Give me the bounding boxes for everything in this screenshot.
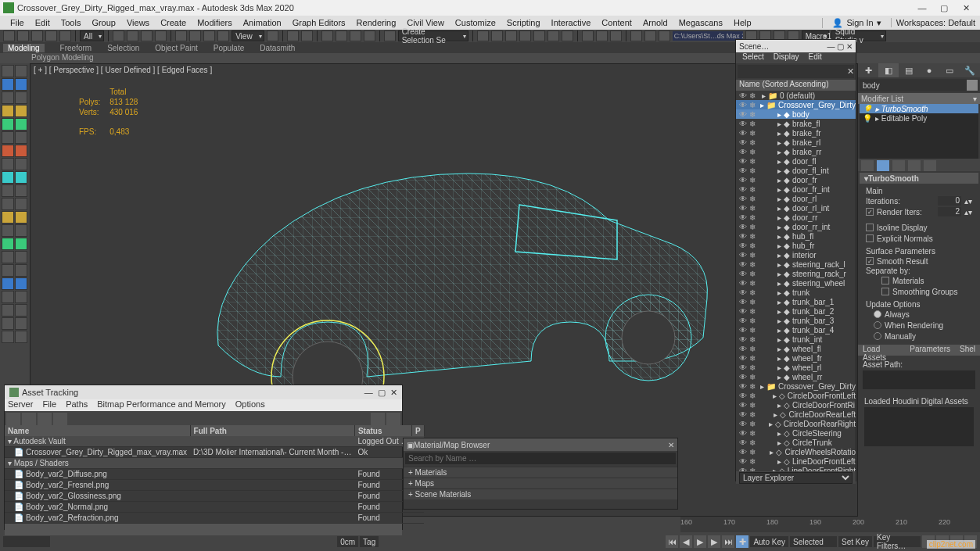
scene-row[interactable]: 👁❄▸◆wheel_fl <box>736 344 856 353</box>
make-unique-button[interactable] <box>892 160 905 171</box>
left-tool-6-1[interactable] <box>15 145 27 157</box>
ribbon-toggle-button[interactable] <box>519 30 531 41</box>
smooth-checkbox[interactable] <box>866 257 874 265</box>
left-tool-1-0[interactable] <box>2 78 14 91</box>
scene-row[interactable]: 👁❄▸◆trunk_bar_1 <box>736 297 856 306</box>
menu-megascans[interactable]: Megascans <box>673 18 728 27</box>
workspaces-dropdown[interactable]: Workspaces: Default <box>891 18 980 27</box>
left-tool-3-0[interactable] <box>2 105 14 117</box>
rotate-button[interactable] <box>189 30 201 41</box>
scene-row[interactable]: 👁❄▸◇CircleTrunk <box>736 438 856 447</box>
modifier-editablepoly[interactable]: 💡▸ Editable Poly <box>860 113 978 123</box>
manip-button[interactable] <box>287 30 299 41</box>
asset-close-button[interactable]: ✕ <box>390 388 397 398</box>
asset-table[interactable]: NameFull PathStatusP ▾ Autodesk VaultLog… <box>5 425 425 524</box>
scene-row[interactable]: 👁❄▸◆wheel_fr <box>736 353 856 363</box>
scene-row[interactable]: 👁❄▸◆trunk_int <box>736 335 856 344</box>
left-tool-8-1[interactable] <box>15 171 27 184</box>
key-mode-button[interactable]: ✚ <box>736 535 748 548</box>
modifier-turbosmooth[interactable]: 💡▸ TurboSmooth <box>860 104 978 113</box>
configure-sets-button[interactable] <box>924 160 936 171</box>
asset-menu-options[interactable]: Options <box>235 399 265 411</box>
isoline-checkbox[interactable] <box>866 224 874 231</box>
turbosmooth-rollout[interactable]: ▾ TurboSmooth <box>860 173 978 184</box>
asset-tool6[interactable] <box>386 413 400 425</box>
left-tool-19-1[interactable] <box>15 317 27 330</box>
scene-row[interactable]: 👁❄▸◆door_rr <box>736 213 856 222</box>
create-tab[interactable]: ✚ <box>858 63 878 77</box>
scene-row[interactable]: 👁❄▸◆body <box>736 109 856 119</box>
menu-group[interactable]: Group <box>86 18 121 27</box>
modifier-stack[interactable]: 💡▸ TurboSmooth💡▸ Editable Poly <box>860 104 978 159</box>
link-button[interactable] <box>31 30 43 41</box>
scene-row[interactable]: 👁❄▸◆steering_rack_r <box>736 269 856 278</box>
asset-row[interactable]: 📄 Body_var2_Diffuse.pngFound <box>5 469 424 480</box>
utilities-tab[interactable]: 🔧 <box>960 63 980 77</box>
left-tool-15-0[interactable] <box>2 264 14 277</box>
left-tool-15-1[interactable] <box>15 264 27 277</box>
render-iters-checkbox[interactable] <box>866 208 874 216</box>
modify-tab[interactable]: ◧ <box>878 63 899 77</box>
smgroups-checkbox[interactable] <box>881 288 889 295</box>
left-tool-13-0[interactable] <box>2 238 14 250</box>
matwin-close[interactable]: ✕ <box>668 441 674 449</box>
show-end-result-button[interactable] <box>877 160 889 171</box>
display-tab[interactable]: ▭ <box>939 63 960 77</box>
scene-row[interactable]: 👁❄▸◆door_fl_int <box>736 166 856 175</box>
menu-arnold[interactable]: Arnold <box>637 18 673 27</box>
window-crossing-button[interactable] <box>155 30 167 41</box>
left-tool-18-1[interactable] <box>15 304 27 317</box>
menu-rendering[interactable]: Rendering <box>351 18 402 27</box>
asset-max-button[interactable]: ▢ <box>378 388 386 398</box>
menu-content[interactable]: Content <box>596 18 637 27</box>
material-cat-materials[interactable]: + Materials <box>404 467 677 478</box>
left-tool-8-0[interactable] <box>2 171 14 184</box>
scene-tab-display[interactable]: Display <box>774 52 799 63</box>
left-tool-9-1[interactable] <box>15 184 27 197</box>
pin-stack-button[interactable] <box>861 160 874 171</box>
menu-civilview[interactable]: Civil View <box>401 18 449 27</box>
material-search-input[interactable] <box>405 453 676 464</box>
align-button[interactable] <box>491 30 503 41</box>
menu-help[interactable]: Help <box>728 18 757 27</box>
left-tool-17-0[interactable] <box>2 291 14 303</box>
scene-row[interactable]: 👁❄▸◆interior <box>736 250 856 259</box>
scene-tab-select[interactable]: Select <box>742 52 764 63</box>
left-tool-20-0[interactable] <box>2 331 14 343</box>
left-tool-1-1[interactable] <box>15 78 27 91</box>
left-tool-0-1[interactable] <box>15 65 27 77</box>
scene-row[interactable]: 👁❄▸◇CircleSteering <box>736 428 856 438</box>
scene-row[interactable]: 👁❄▸📁Crossover_Grey_Dirty_ <box>736 381 856 391</box>
scene-close-button[interactable]: ✕ <box>846 42 853 51</box>
menu-scripting[interactable]: Scripting <box>501 18 546 27</box>
shelf-parameters[interactable]: Parameters <box>905 345 955 356</box>
scene-row[interactable]: 👁❄▸📁Crossover_Grey_Dirty_ <box>736 100 856 109</box>
modifier-list-dropdown[interactable]: Modifier List▾ <box>858 93 980 104</box>
scene-row[interactable]: 👁❄▸📁0 (default) <box>736 91 856 100</box>
left-tool-10-1[interactable] <box>15 198 27 210</box>
scene-row[interactable]: 👁❄▸◆steering_wheel <box>736 278 856 288</box>
menu-customize[interactable]: Customize <box>450 18 501 27</box>
minimize-button[interactable]: — <box>911 1 933 15</box>
pivot-button[interactable] <box>267 30 278 41</box>
left-tool-10-0[interactable] <box>2 198 14 210</box>
scene-search-clear[interactable]: ✕ <box>847 66 854 77</box>
menu-views[interactable]: Views <box>121 18 155 27</box>
menu-modifiers[interactable]: Modifiers <box>192 18 238 27</box>
always-radio[interactable] <box>874 310 881 318</box>
object-name-input[interactable] <box>860 79 966 91</box>
scene-row[interactable]: 👁❄▸◆wheel_rr <box>736 372 856 381</box>
anglesnap-button[interactable] <box>336 30 347 41</box>
left-tool-5-0[interactable] <box>2 131 14 144</box>
hierarchy-tab[interactable]: ▤ <box>899 63 919 77</box>
explorer-mode-dropdown[interactable]: Layer Explorer <box>739 472 853 484</box>
shelf-shel[interactable]: Shel <box>955 345 980 356</box>
asset-row[interactable]: 📄 Crossover_Grey_Dirty_Rigged_max_vray.m… <box>5 447 424 458</box>
asset-row[interactable]: ▾ Autodesk VaultLogged Out … <box>5 436 424 447</box>
material-cat-maps[interactable]: + Maps <box>404 478 677 488</box>
project-path[interactable]: C:\Users\St…ds Max 202 <box>673 31 743 41</box>
asset-tool1[interactable] <box>6 413 20 425</box>
scene-row[interactable]: 👁❄▸◆brake_fr <box>736 128 856 138</box>
left-tool-19-0[interactable] <box>2 317 14 330</box>
asset-tool5[interactable] <box>371 413 385 425</box>
